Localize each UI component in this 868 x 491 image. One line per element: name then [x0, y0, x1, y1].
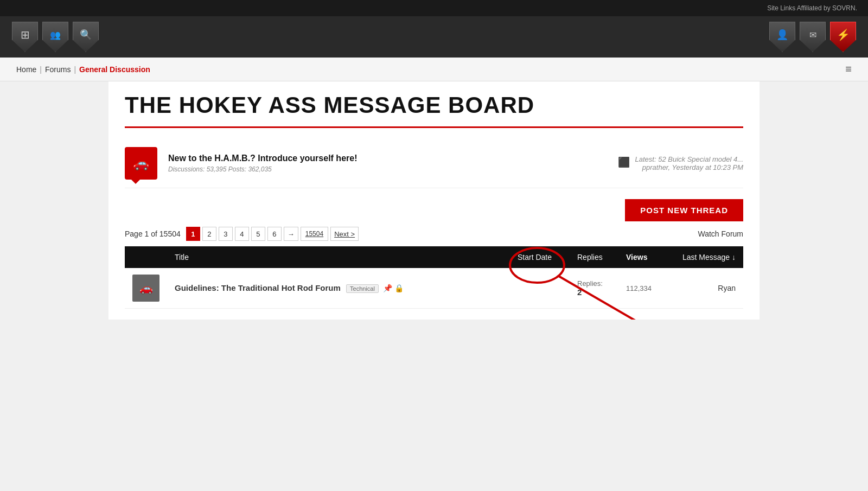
latest-time: Yesterday at 10:23 PM [672, 163, 743, 171]
rss-icon[interactable]: ⬛ [618, 156, 630, 168]
top-affiliate-bar: Site Links Affiliated by SOVRN. [0, 0, 868, 16]
next-page-button[interactable]: Next > [330, 227, 359, 241]
latest-info: Latest: 52 Buick Special model 4... ppra… [635, 155, 743, 171]
thread-title-cell: Guidelines: The Traditional Hot Rod Foru… [167, 268, 510, 309]
last-msg-author: Ryan [675, 284, 736, 292]
page-info: Page 1 of 15504 [125, 229, 181, 238]
breadcrumb-forums[interactable]: Forums [45, 65, 71, 74]
col-replies: Replies [570, 246, 618, 268]
page-1[interactable]: 1 [186, 227, 200, 241]
thread-last-msg-cell: Ryan [667, 268, 743, 309]
replies-count: 2 [577, 288, 582, 297]
intro-forum-icon: 🚗 [125, 147, 157, 180]
views-count: 112,334 [626, 284, 652, 292]
breadcrumb-home[interactable]: Home [16, 65, 36, 74]
thread-table-wrapper: Title Start Date Replies Views Last Mess… [125, 246, 743, 309]
pin-icon: 📌 [383, 284, 392, 292]
next-label: Next > [334, 230, 355, 238]
nav-icons-right: 👤 ✉ ⚡ [768, 21, 857, 53]
mail-nav-icon[interactable]: ✉ [799, 21, 827, 53]
col-last-message: Last Message ↓ [667, 246, 743, 268]
page-5[interactable]: 5 [251, 227, 265, 241]
intro-title[interactable]: New to the H.A.M.B.? Introduce yourself … [168, 154, 357, 163]
pagination-bar: Page 1 of 15504 1 2 3 4 5 6 → 15504 Next… [125, 227, 743, 241]
thread-tag-technical[interactable]: Technical [346, 284, 379, 293]
page-3[interactable]: 3 [219, 227, 233, 241]
replies-text-label: Replies: [577, 279, 603, 288]
page-6[interactable]: 6 [267, 227, 282, 241]
col-start-date: Start Date [510, 246, 570, 268]
post-thread-area: POST NEW THREAD [125, 199, 743, 221]
col-views[interactable]: Views [618, 246, 667, 268]
replies-label: Replies: 2 [577, 279, 611, 297]
breadcrumb: Home | Forums | General Discussion [16, 65, 150, 74]
user-nav-icon[interactable]: 👤 [768, 21, 796, 53]
views-value: 112,334 [626, 284, 660, 292]
latest-thread-title: 52 Buick Special model 4... [658, 155, 743, 163]
main-content: THE HOKEY ASS MESSAGE BOARD 🚗 New to the… [108, 81, 760, 320]
affiliate-text: Site Links Affiliated by SOVRN. [767, 4, 857, 12]
breadcrumb-current[interactable]: General Discussion [79, 65, 150, 74]
hamburger-menu-icon[interactable]: ≡ [845, 63, 852, 75]
col-title: Title [167, 246, 510, 268]
thread-table: Title Start Date Replies Views Last Mess… [125, 246, 743, 309]
main-wrapper: THE HOKEY ASS MESSAGE BOARD 🚗 New to the… [108, 81, 760, 320]
latest-label: Latest: [635, 155, 656, 163]
intro-forum-card: 🚗 New to the H.A.M.B.? Introduce yoursel… [125, 139, 743, 188]
thread-views-cell: 112,334 [618, 268, 667, 309]
watch-forum-link[interactable]: Watch Forum [698, 229, 744, 238]
forum-title: THE HOKEY ASS MESSAGE BOARD [125, 92, 743, 118]
thread-title-text: Guidelines: The Traditional Hot Rod Foru… [175, 283, 341, 292]
last-page[interactable]: 15504 [301, 227, 328, 241]
breadcrumb-bar: Home | Forums | General Discussion ≡ [0, 58, 868, 81]
nav-icons-left: ⊞ 👥 🔍 [11, 21, 100, 53]
intro-card-right: ⬛ Latest: 52 Buick Special model 4... pp… [618, 155, 743, 171]
lock-icon: 🔒 [394, 284, 404, 292]
nav-icons-bar: ⊞ 👥 🔍 👤 ✉ ⚡ [0, 16, 868, 58]
page-2[interactable]: 2 [202, 227, 216, 241]
thread-avatar-cell: 🚗 [125, 268, 167, 309]
thread-title-link[interactable]: Guidelines: The Traditional Hot Rod Foru… [175, 283, 343, 292]
alert-nav-icon[interactable]: ⚡ [829, 21, 857, 53]
page-4[interactable]: 4 [235, 227, 249, 241]
thread-avatar: 🚗 [132, 275, 159, 302]
intro-card-left: 🚗 New to the H.A.M.B.? Introduce yoursel… [125, 147, 357, 180]
thread-icons: 📌 🔒 [383, 284, 404, 292]
thread-start-date-cell [510, 268, 570, 309]
pagination-left: Page 1 of 15504 1 2 3 4 5 6 → 15504 Next… [125, 227, 359, 241]
ellipsis-arrow: → [284, 227, 298, 241]
group-nav-icon[interactable]: 👥 [41, 21, 69, 53]
thread-replies-cell: Replies: 2 [570, 268, 618, 309]
intro-card-text: New to the H.A.M.B.? Introduce yourself … [168, 154, 357, 173]
col-avatar [125, 246, 167, 268]
forum-title-section: THE HOKEY ASS MESSAGE BOARD [125, 92, 743, 128]
latest-author: pprather [642, 163, 668, 171]
search-nav-icon[interactable]: 🔍 [72, 21, 100, 53]
post-new-thread-button[interactable]: POST NEW THREAD [625, 199, 743, 221]
sitemap-nav-icon[interactable]: ⊞ [11, 21, 39, 53]
intro-stats: Discussions: 53,395 Posts: 362,035 [168, 165, 357, 173]
table-row: 🚗 Guidelines: The Traditional Hot Rod Fo… [125, 268, 743, 309]
latest-thread-link[interactable]: 52 Buick Special model 4... [658, 155, 743, 163]
